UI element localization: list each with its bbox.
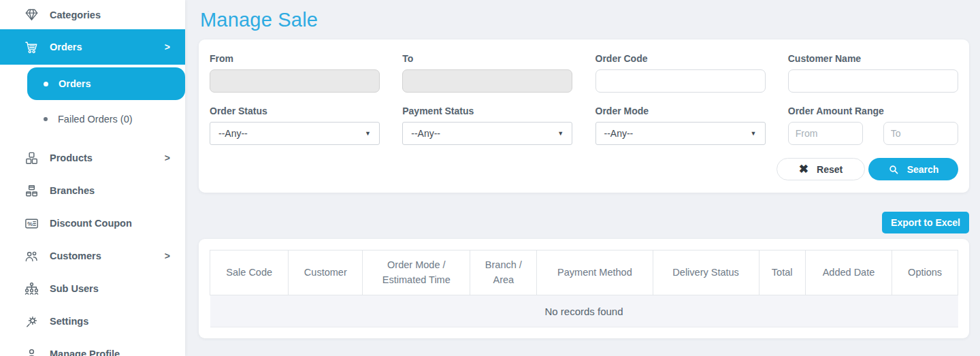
bullet-icon: [44, 82, 48, 86]
chevron-right-icon: >: [165, 152, 170, 163]
order-mode-select[interactable]: --Any-- ▼: [595, 122, 766, 145]
chevron-right-icon: >: [165, 250, 170, 261]
svg-text:%: %: [27, 220, 33, 227]
from-date-input[interactable]: [210, 69, 380, 93]
order-amount-range: [788, 122, 958, 145]
close-icon: ✖: [799, 163, 808, 175]
app-root: Categories Orders > Orders Failed Orders…: [0, 0, 980, 356]
order-status-label: Order Status: [210, 106, 380, 116]
column-header-options: Options: [892, 250, 958, 295]
column-header-payment-method: Payment Method: [537, 250, 653, 295]
order-mode-selected-value: --Any--: [604, 128, 634, 139]
column-header-customer: Customer: [289, 250, 363, 295]
sidebar-subitem-orders[interactable]: Orders: [27, 67, 185, 100]
sidebar-subitem-label: Failed Orders (0): [58, 114, 133, 125]
reset-button[interactable]: ✖ Reset: [777, 158, 865, 180]
from-date-label: From: [210, 53, 380, 64]
sidebar-item-label: Products: [50, 152, 154, 163]
sidebar-item-products[interactable]: Products >: [0, 142, 185, 174]
empty-state-message: No records found: [210, 295, 958, 327]
sidebar-item-customers[interactable]: Customers >: [0, 240, 185, 272]
person-icon: [23, 346, 39, 356]
caret-down-icon: ▼: [751, 130, 757, 137]
chevron-right-icon: >: [165, 42, 170, 52]
filter-row-2: Order Status --Any-- ▼ Payment Status --…: [210, 106, 958, 145]
order-code-label: Order Code: [595, 53, 766, 64]
hierarchy-icon: [23, 280, 39, 297]
order-mode-label: Order Mode: [595, 106, 766, 116]
cart-icon: [23, 39, 39, 55]
sidebar-item-sub-users[interactable]: Sub Users: [0, 272, 185, 305]
filter-row-1: From To Order Code Customer Name: [210, 53, 958, 93]
to-date-label: To: [402, 53, 572, 64]
reset-button-label: Reset: [817, 164, 843, 175]
main-content: Manage Sale From To Order Code Customer …: [185, 0, 980, 356]
people-icon: [23, 248, 39, 264]
column-header-order-mode: Order Mode / Estimated Time: [363, 250, 470, 295]
sidebar-item-discount-coupon[interactable]: % Discount Coupon: [0, 207, 185, 240]
sidebar-item-settings[interactable]: Settings: [0, 305, 185, 338]
export-to-excel-button[interactable]: Export to Excel: [882, 212, 969, 233]
store-icon: [23, 182, 39, 199]
column-header-sale-code: Sale Code: [210, 250, 289, 295]
caret-down-icon: ▼: [365, 130, 371, 137]
sidebar-item-label: Customers: [50, 250, 154, 261]
sidebar-item-label: Orders: [50, 42, 154, 52]
sidebar: Categories Orders > Orders Failed Orders…: [0, 0, 185, 356]
table-header-row: Sale Code Customer Order Mode / Estimate…: [210, 250, 958, 295]
customer-name-label: Customer Name: [788, 53, 958, 64]
empty-state-row: No records found: [210, 295, 958, 327]
search-button[interactable]: Search: [868, 158, 958, 180]
gear-icon: [23, 313, 39, 329]
sales-table: Sale Code Customer Order Mode / Estimate…: [210, 250, 958, 327]
payment-status-select[interactable]: --Any-- ▼: [402, 122, 572, 145]
sidebar-item-label: Sub Users: [50, 283, 170, 294]
sidebar-item-manage-profile[interactable]: Manage Profile: [0, 338, 185, 356]
order-amount-range-label: Order Amount Range: [788, 106, 958, 116]
bullet-icon: [44, 117, 48, 121]
sidebar-item-label: Settings: [50, 316, 170, 327]
payment-status-selected-value: --Any--: [411, 128, 440, 139]
amount-to-input[interactable]: [883, 122, 958, 145]
cubes-icon: [23, 150, 39, 166]
sidebar-item-label: Branches: [50, 185, 170, 196]
caret-down-icon: ▼: [557, 130, 564, 137]
sidebar-item-label: Manage Profile: [50, 349, 170, 356]
search-button-label: Search: [907, 164, 939, 175]
sidebar-item-orders[interactable]: Orders >: [0, 29, 185, 65]
customer-name-input[interactable]: [788, 69, 958, 93]
sidebar-item-label: Categories: [50, 10, 170, 20]
sidebar-item-categories[interactable]: Categories: [0, 0, 185, 29]
payment-status-label: Payment Status: [402, 106, 572, 116]
filter-panel: From To Order Code Customer Name: [199, 39, 969, 193]
column-header-branch-area: Branch / Area: [470, 250, 537, 295]
filter-actions: ✖ Reset Search: [210, 158, 958, 180]
sidebar-subitem-label: Orders: [59, 78, 91, 89]
order-status-selected-value: --Any--: [218, 128, 248, 139]
column-header-total: Total: [759, 250, 805, 295]
column-header-delivery-status: Delivery Status: [653, 250, 759, 295]
column-header-added-date: Added Date: [805, 250, 892, 295]
coupon-icon: %: [23, 215, 39, 231]
export-row: Export to Excel: [199, 212, 969, 233]
order-code-input[interactable]: [595, 69, 766, 93]
search-icon: [888, 164, 899, 175]
to-date-input[interactable]: [402, 69, 572, 93]
page-title: Manage Sale: [200, 9, 969, 31]
results-table-card: Sale Code Customer Order Mode / Estimate…: [199, 239, 969, 338]
amount-from-input[interactable]: [788, 122, 863, 145]
order-status-select[interactable]: --Any-- ▼: [210, 122, 380, 145]
sidebar-item-branches[interactable]: Branches: [0, 174, 185, 207]
sidebar-item-label: Discount Coupon: [50, 218, 170, 229]
sidebar-subitem-failed-orders[interactable]: Failed Orders (0): [27, 103, 185, 135]
gem-icon: [23, 7, 39, 23]
